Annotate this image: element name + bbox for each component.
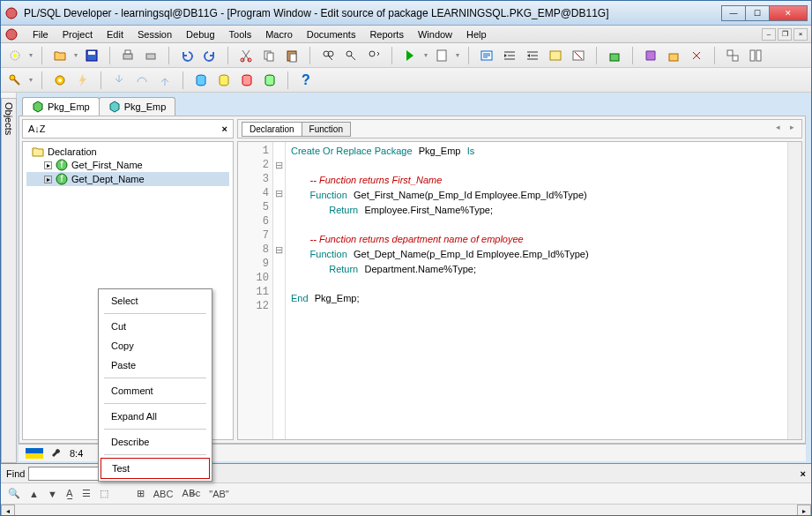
horizontal-scrollbar[interactable]: ◂ ▸ [1, 504, 811, 516]
context-comment[interactable]: Comment [101, 381, 210, 400]
step-into-button[interactable] [110, 71, 128, 89]
uncomment-button[interactable] [570, 47, 587, 64]
context-select[interactable]: Select [101, 291, 210, 310]
mdi-close-button[interactable]: × [793, 28, 808, 41]
svg-rect-24 [669, 54, 678, 61]
tree-close-icon[interactable]: × [222, 123, 227, 134]
step-out-button[interactable] [156, 71, 174, 89]
new-button[interactable] [6, 47, 24, 64]
paste-button[interactable] [283, 47, 301, 64]
comment-button[interactable] [547, 47, 564, 64]
svg-rect-27 [750, 50, 755, 61]
svg-rect-6 [123, 54, 132, 59]
svg-rect-14 [290, 54, 296, 62]
print-button[interactable] [119, 47, 137, 64]
tree-item-get-dept-name[interactable]: ▸ f Get_Dept_Name [26, 172, 229, 186]
find-button[interactable] [319, 47, 337, 64]
context-test[interactable]: Test [101, 458, 210, 479]
help-button[interactable]: ? [297, 71, 315, 89]
find-next-button[interactable] [365, 47, 383, 64]
db-green-button[interactable] [261, 71, 279, 89]
commit-button[interactable] [606, 47, 623, 64]
beautify-button[interactable] [642, 47, 659, 64]
print-setup-button[interactable] [142, 47, 160, 64]
bottom-tool-down[interactable]: ▼ [48, 489, 57, 499]
execute-button[interactable] [401, 47, 419, 64]
context-cut[interactable]: Cut [101, 317, 210, 336]
bottom-tool-up[interactable]: ▲ [29, 489, 39, 499]
key-button[interactable] [6, 71, 24, 89]
sub-tab-function[interactable]: Function [302, 122, 351, 137]
redo-button[interactable] [201, 47, 219, 64]
open-button[interactable] [51, 47, 69, 64]
break-link-button[interactable] [688, 47, 705, 64]
bottom-tool-case[interactable]: AB̶c [182, 488, 200, 499]
context-describe[interactable]: Describe [101, 432, 210, 452]
undo-button[interactable] [178, 47, 196, 64]
scroll-right-icon[interactable]: ▸ [797, 505, 811, 516]
db-blue-button[interactable] [192, 71, 210, 89]
explain-button[interactable] [478, 47, 495, 64]
menu-project[interactable]: Project [56, 27, 100, 41]
doc-tab-pkg-emp-1[interactable]: Pkg_Emp [22, 97, 100, 116]
find-binoculars-icon[interactable]: 🔍 [8, 488, 20, 499]
tree-item-get-first-name[interactable]: ▸ f Get_First_Name [26, 158, 229, 172]
outdent-button[interactable] [524, 47, 541, 64]
context-expand-all[interactable]: Expand All [101, 407, 210, 426]
bottom-tool-lines[interactable]: ☰ [82, 488, 91, 499]
replace-button[interactable] [342, 47, 360, 64]
tree-root[interactable]: Declaration [26, 146, 229, 158]
cascade-button[interactable] [747, 47, 764, 64]
minimize-button[interactable]: — [721, 5, 746, 21]
db-yellow-button[interactable] [215, 71, 233, 89]
code-editor[interactable]: 123456789101112 ⊟⊟⊟ Create Or Replace Pa… [237, 141, 802, 440]
scroll-left-icon[interactable]: ◂ [1, 505, 15, 516]
save-button[interactable] [83, 47, 101, 64]
db-red-button[interactable] [238, 71, 256, 89]
find-close-icon[interactable]: × [801, 468, 806, 479]
svg-rect-40 [26, 448, 43, 453]
bottom-tool-grid[interactable]: ⊞ [137, 488, 145, 499]
bottom-tool-rect[interactable]: ⬚ [100, 488, 108, 499]
sort-label[interactable]: A↓Z [28, 123, 46, 134]
vertical-scrollbar[interactable] [787, 142, 801, 439]
menu-reports[interactable]: Reports [362, 27, 411, 41]
menu-macro[interactable]: Macro [258, 27, 300, 41]
indent-button[interactable] [501, 47, 518, 64]
bottom-tool-underline[interactable]: A̲ [66, 488, 73, 499]
bottom-tool-abc[interactable]: ABC [153, 489, 174, 499]
close-button[interactable]: ✕ [769, 5, 808, 21]
svg-rect-5 [88, 51, 95, 55]
mdi-restore-button[interactable]: ❐ [778, 28, 792, 41]
menu-help[interactable]: Help [459, 27, 494, 41]
step-over-button[interactable] [133, 71, 151, 89]
menu-edit[interactable]: Edit [100, 27, 130, 41]
break-button[interactable] [433, 47, 451, 64]
gear-button[interactable] [51, 71, 69, 89]
doc-tab-pkg-emp-2[interactable]: Pkg_Emp [99, 97, 176, 116]
rollback-button[interactable] [665, 47, 682, 64]
bottom-tool-quote[interactable]: "AB" [209, 489, 228, 499]
flash-button[interactable] [74, 71, 92, 89]
sub-tab-declaration[interactable]: Declaration [242, 122, 302, 137]
menu-documents[interactable]: Documents [300, 27, 363, 41]
menu-window[interactable]: Window [411, 27, 459, 41]
menu-session[interactable]: Session [130, 27, 179, 41]
context-copy[interactable]: Copy [101, 336, 210, 355]
menu-file[interactable]: File [26, 27, 56, 41]
maximize-button[interactable]: ☐ [745, 5, 770, 21]
expand-icon[interactable]: ▸ [44, 176, 52, 183]
menu-tools[interactable]: Tools [222, 27, 259, 41]
window-list-button[interactable] [724, 47, 741, 64]
mdi-minimize-button[interactable]: – [762, 28, 776, 41]
copy-button[interactable] [260, 47, 278, 64]
side-tab-objects[interactable]: Objects [1, 98, 17, 463]
expand-icon[interactable]: ▸ [44, 161, 52, 169]
nav-prev-icon[interactable]: ◂ [771, 123, 784, 135]
code-area[interactable]: Create Or Replace Package Pkg_Emp Is -- … [286, 142, 787, 439]
context-paste[interactable]: Paste [101, 355, 210, 375]
nav-next-icon[interactable]: ▸ [786, 123, 798, 135]
menu-debug[interactable]: Debug [179, 27, 221, 41]
svg-point-0 [6, 8, 17, 19]
cut-button[interactable] [237, 47, 255, 64]
